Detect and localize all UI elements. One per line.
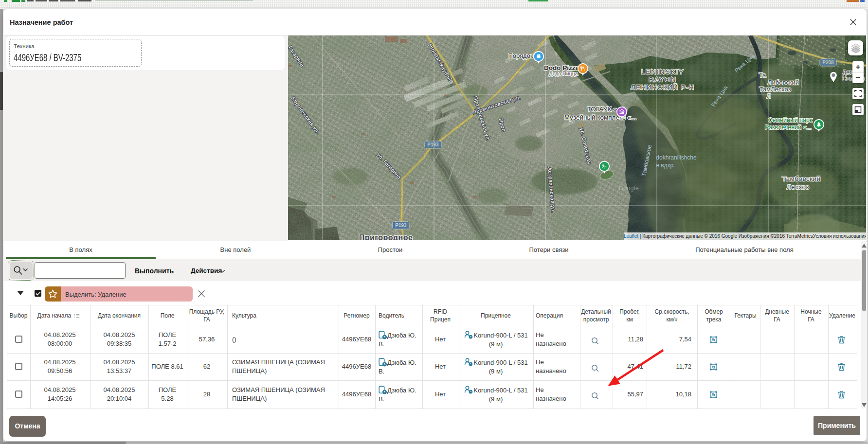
- svg-text:Лесхоз: Лесхоз: [787, 183, 809, 191]
- svg-text:Либовский: Либовский: [768, 79, 799, 86]
- svg-text:dokhranilishche: dokhranilishche: [656, 154, 697, 161]
- svg-text:Порядок: Порядок: [508, 52, 533, 59]
- svg-text:ЛЕНИНСКИЙ Р-Н: ЛЕНИНСКИЙ Р-Н: [631, 84, 695, 91]
- svg-text:Тамбовский: Тамбовский: [782, 175, 820, 182]
- svg-text:LENINSKIY: LENINSKIY: [641, 68, 685, 75]
- svg-text:Додо Пицца: Додо Пицца: [549, 71, 578, 76]
- svg-text:Л: Л: [767, 92, 771, 100]
- svg-text:RAYON: RAYON: [649, 76, 676, 83]
- svg-text:Пригородное: Пригородное: [359, 233, 413, 240]
- svg-text:Развлечений «...: Развлечений «...: [765, 124, 812, 131]
- svg-text:Семейный парк: Семейный парк: [768, 117, 813, 124]
- svg-text:ТамЛесхоз: ТамЛесхоз: [759, 86, 791, 93]
- svg-text:е вдхр.: е вдхр.: [656, 162, 675, 169]
- svg-text:Та: Та: [759, 71, 766, 79]
- svg-text:ТОГАУК «: ТОГАУК «: [587, 106, 617, 113]
- svg-text:Google: Google: [618, 184, 639, 192]
